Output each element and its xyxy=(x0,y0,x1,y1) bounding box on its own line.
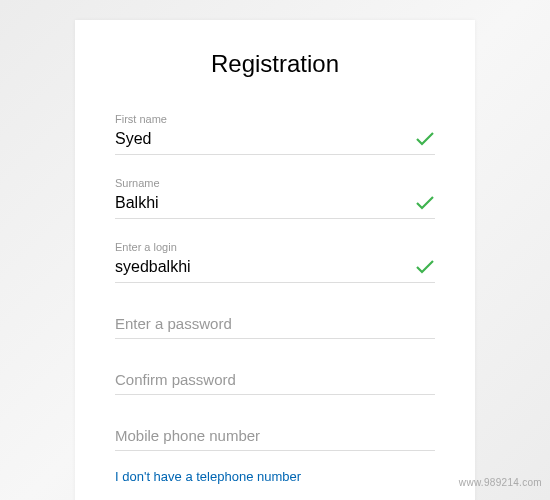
page-title: Registration xyxy=(115,50,435,78)
check-icon xyxy=(415,195,435,211)
check-icon xyxy=(415,259,435,275)
phone-input[interactable] xyxy=(115,417,435,451)
no-phone-link[interactable]: I don't have a telephone number xyxy=(115,469,435,484)
login-input[interactable] xyxy=(115,256,435,283)
login-label: Enter a login xyxy=(115,241,435,253)
first-name-field: First name xyxy=(115,113,435,155)
check-icon xyxy=(415,131,435,147)
registration-card: Registration First name Surname Enter a … xyxy=(75,20,475,500)
confirm-password-field xyxy=(115,361,435,395)
login-field: Enter a login xyxy=(115,241,435,283)
first-name-label: First name xyxy=(115,113,435,125)
phone-field xyxy=(115,417,435,451)
first-name-input[interactable] xyxy=(115,128,435,155)
surname-label: Surname xyxy=(115,177,435,189)
surname-field: Surname xyxy=(115,177,435,219)
surname-input[interactable] xyxy=(115,192,435,219)
password-field xyxy=(115,305,435,339)
password-input[interactable] xyxy=(115,305,435,339)
watermark-text: www.989214.com xyxy=(459,477,542,488)
confirm-password-input[interactable] xyxy=(115,361,435,395)
